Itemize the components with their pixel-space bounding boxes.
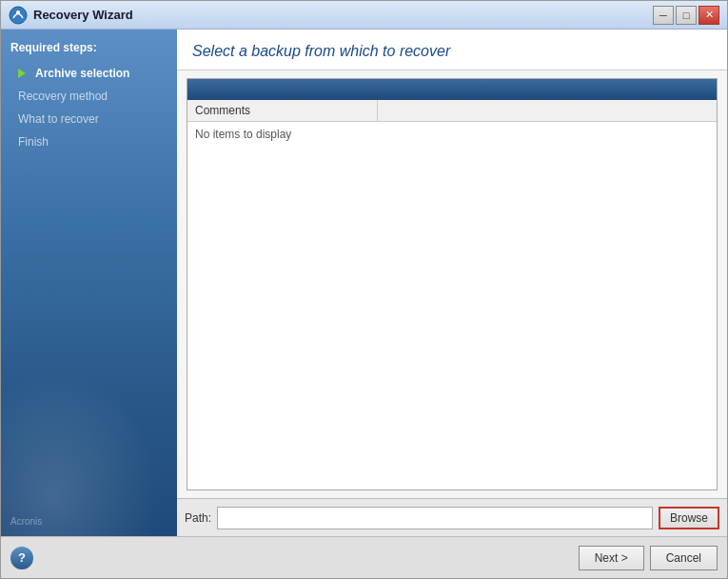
sidebar-item-label: Archive selection [35,67,129,80]
sidebar-item-recovery-method[interactable]: Recovery method [1,85,177,108]
footer-right: Next > Cancel [579,546,718,570]
page-title: Select a backup from which to recover [192,43,712,60]
comments-column-header: Comments [187,100,378,121]
path-input[interactable] [217,507,653,529]
recovery-wizard-window: Recovery Wizard ─ □ ✕ Required steps: Ar… [0,0,728,579]
footer-left: ? [10,547,33,569]
table-body: No items to display [187,122,717,489]
sidebar-item-label: What to recover [18,112,99,126]
minimize-button[interactable]: ─ [653,6,674,25]
sidebar-logo: Acronis [10,516,42,527]
table-column-headers: Comments [187,100,717,122]
table-grid: Comments No items to display [187,100,717,489]
svg-point-1 [16,10,20,14]
browse-button[interactable]: Browse [659,507,719,529]
sidebar: Required steps: Archive selection Recove… [1,30,177,536]
svg-point-0 [10,7,27,24]
title-bar: Recovery Wizard ─ □ ✕ [1,1,727,30]
main-panel: Select a backup from which to recover Co… [177,30,727,536]
table-header-bar [187,79,717,100]
content-area: Required steps: Archive selection Recove… [1,30,727,536]
path-bar: Path: Browse [177,498,727,536]
sidebar-section-title: Required steps: [1,30,177,62]
sidebar-item-label: Recovery method [18,90,108,103]
sidebar-item-what-to-recover[interactable]: What to recover [1,108,177,130]
close-button[interactable]: ✕ [698,6,719,25]
cancel-button[interactable]: Cancel [650,546,718,570]
window-controls: ─ □ ✕ [653,6,719,25]
main-content: Comments No items to display [177,70,727,498]
footer: ? Next > Cancel [1,536,727,578]
active-arrow-icon [18,69,26,78]
help-button[interactable]: ? [10,547,33,569]
sidebar-item-archive-selection[interactable]: Archive selection [1,62,177,85]
backup-table: Comments No items to display [187,78,718,490]
sidebar-item-label: Finish [18,135,49,149]
app-icon [9,6,28,25]
empty-message: No items to display [195,128,291,141]
main-header: Select a backup from which to recover [177,30,727,70]
path-label: Path: [185,511,211,525]
sidebar-item-finish[interactable]: Finish [1,130,177,153]
window-title: Recovery Wizard [33,8,653,22]
maximize-button[interactable]: □ [676,6,697,25]
next-button[interactable]: Next > [579,546,644,570]
